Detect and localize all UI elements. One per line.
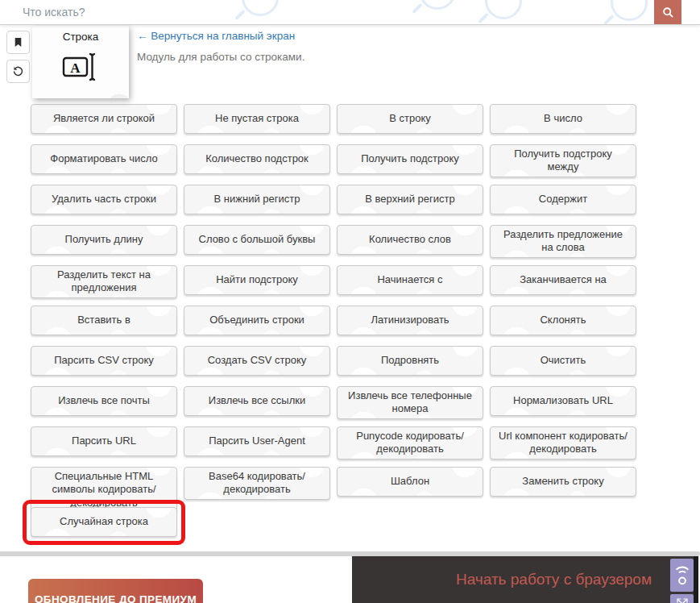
bookmark-icon	[13, 36, 23, 48]
grid-cell: Парсить URL	[31, 426, 177, 467]
function-button[interactable]: Заканчивается на	[490, 265, 636, 295]
grid-cell: Заканчивается на	[490, 265, 636, 306]
function-button[interactable]: Латинизировать	[337, 306, 483, 335]
function-button[interactable]: Количество слов	[337, 225, 483, 255]
search-input[interactable]	[0, 0, 644, 24]
function-button[interactable]: Разделить текст на предложения	[31, 265, 177, 298]
grid-cell: Создать CSV строку	[184, 346, 330, 386]
function-button[interactable]: Извлечь все ссылки	[184, 386, 330, 416]
function-button[interactable]: Подровнять	[337, 346, 483, 376]
cast-icon	[673, 563, 691, 588]
grid-cell: Подровнять	[337, 346, 483, 386]
grid-cell: Разделить предложение на слова	[490, 225, 636, 265]
function-button[interactable]: Найти подстроку	[184, 265, 330, 295]
function-button[interactable]: Слово с большой буквы	[184, 225, 330, 255]
grid-cell: В нижний регистр	[184, 185, 330, 225]
grid-cell: Является ли строкой	[31, 104, 177, 144]
function-button[interactable]: Извлечь все телефонные номера	[337, 386, 483, 419]
function-button[interactable]: В нижний регистр	[184, 185, 330, 214]
function-button[interactable]: В верхний регистр	[337, 185, 483, 214]
grid-cell: Склонять	[490, 306, 636, 346]
function-button[interactable]: Получить длину	[31, 225, 177, 255]
grid-cell: Вставить в	[31, 306, 177, 346]
page: Строка A ← Вернуться на главный экран Мо…	[0, 0, 700, 603]
grid-cell: Заменить строку	[490, 467, 636, 507]
function-button[interactable]: Заменить строку	[490, 467, 636, 497]
function-button[interactable]: Объединить строки	[184, 306, 330, 335]
function-button[interactable]: Создать CSV строку	[184, 346, 330, 376]
function-button[interactable]: Не пустая строка	[184, 104, 330, 134]
grid-cell: Punycode кодировать/ декодировать	[337, 426, 483, 467]
grid-cell: Форматировать число	[31, 144, 177, 185]
function-button[interactable]: Очистить	[490, 346, 636, 376]
back-link[interactable]: ← Вернуться на главный экран	[137, 30, 295, 42]
grid-cell: В верхний регистр	[337, 185, 483, 225]
browser-promo-panel: Начать работу с браузером	[352, 556, 694, 603]
grid-cell: Объединить строки	[184, 306, 330, 346]
search-header	[0, 0, 700, 25]
grid-cell: Очистить	[490, 346, 636, 386]
grid-cell: Случайная строка	[31, 507, 177, 547]
grid-cell: Содержит	[490, 185, 636, 225]
grid-cell: Url компонент кодировать/ декодировать	[490, 426, 636, 467]
grid-cell: Получить длину	[31, 225, 177, 265]
function-button[interactable]: Парсить URL	[31, 426, 177, 456]
grid-cell: Количество подстрок	[184, 144, 330, 185]
grid-cell: Начинается с	[337, 265, 483, 306]
grid-cell: Извлечь все телефонные номера	[337, 386, 483, 426]
grid-cell: Парсить User-Agent	[184, 426, 330, 467]
fullscreen-icon	[675, 597, 690, 603]
function-button[interactable]: В число	[490, 104, 636, 134]
function-button[interactable]: Парсить CSV строку	[31, 346, 177, 376]
string-type-icon: A	[32, 51, 129, 86]
function-button[interactable]: Начинается с	[337, 265, 483, 295]
function-button-highlighted[interactable]: Случайная строка	[31, 507, 177, 537]
search-icon	[662, 6, 674, 19]
grid-cell: Латинизировать	[337, 306, 483, 346]
svg-text:A: A	[70, 60, 81, 76]
grid-cell: Base64 кодировать/ декодировать	[184, 467, 330, 507]
function-button[interactable]: Содержит	[490, 185, 636, 214]
function-button[interactable]: Разделить предложение на слова	[490, 225, 636, 258]
function-button[interactable]: Склонять	[490, 306, 636, 335]
function-button[interactable]: Вставить в	[31, 306, 177, 335]
function-button[interactable]: Url компонент кодировать/ декодировать	[490, 426, 636, 460]
search-button[interactable]	[654, 0, 681, 25]
module-card-title: Строка	[32, 31, 129, 43]
function-button[interactable]: Получить подстроку между	[490, 144, 636, 177]
scrollbar[interactable]	[694, 556, 698, 603]
history-button[interactable]	[6, 60, 30, 83]
function-button[interactable]: Base64 кодировать/ декодировать	[184, 467, 330, 500]
grid-cell: Получить подстроку между	[490, 144, 636, 185]
bookmark-button[interactable]	[6, 31, 30, 54]
function-button[interactable]: В строку	[337, 104, 483, 134]
function-button[interactable]: Punycode кодировать/ декодировать	[337, 426, 483, 460]
grid-cell: В число	[490, 104, 636, 144]
function-grid: Является ли строкойНе пустая строкаВ стр…	[31, 104, 640, 547]
function-button[interactable]: Удалить часть строки	[31, 185, 177, 214]
grid-cell: Получить подстроку	[337, 144, 483, 185]
premium-upgrade-button[interactable]: ОБНОВЛЕНИЕ ДО ПРЕМИУМ	[28, 579, 203, 603]
function-button[interactable]: Шаблон	[337, 467, 483, 497]
grid-cell: Количество слов	[337, 225, 483, 265]
function-button[interactable]: Количество подстрок	[184, 144, 330, 174]
function-button[interactable]: Специальные HTML символы кодировать/деко…	[31, 467, 177, 513]
function-button[interactable]: Получить подстроку	[337, 144, 483, 174]
grid-cell: Нормализовать URL	[490, 386, 636, 426]
grid-cell: Удалить часть строки	[31, 185, 177, 225]
fullscreen-button[interactable]	[670, 594, 694, 603]
grid-cell: Не пустая строка	[184, 104, 330, 144]
grid-cell: Извлечь все почты	[31, 386, 177, 426]
module-description: Модуль для работы со строками.	[137, 51, 304, 63]
module-card-stroka[interactable]: Строка A	[32, 26, 129, 98]
function-button[interactable]: Является ли строкой	[31, 104, 177, 134]
function-button[interactable]: Парсить User-Agent	[184, 426, 330, 456]
function-button[interactable]: Нормализовать URL	[490, 386, 636, 416]
grid-cell: Найти подстроку	[184, 265, 330, 306]
cast-button[interactable]	[670, 559, 694, 592]
function-button[interactable]: Извлечь все почты	[31, 386, 177, 416]
grid-cell: Специальные HTML символы кодировать/деко…	[31, 467, 177, 507]
function-button[interactable]: Форматировать число	[31, 144, 177, 174]
grid-cell: Слово с большой буквы	[184, 225, 330, 265]
start-browser-link[interactable]: Начать работу с браузером	[456, 571, 652, 588]
